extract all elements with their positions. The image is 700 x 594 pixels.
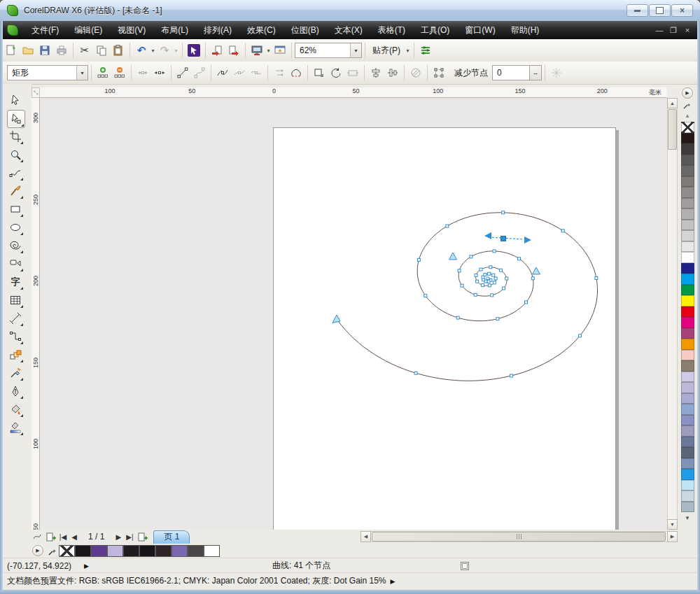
mdi-minimize-icon[interactable]: — (652, 26, 666, 34)
palette-color-swatch[interactable] (681, 415, 694, 426)
palette-color-swatch[interactable] (681, 339, 694, 350)
docpal-flyout-button[interactable]: ▶ (32, 545, 43, 556)
node-direction-arrow-icon[interactable] (533, 267, 540, 274)
palette-color-swatch[interactable] (681, 230, 694, 241)
document-color-swatch[interactable] (59, 545, 75, 557)
scroll-left-icon[interactable]: ◀ (360, 531, 371, 542)
curve-start-arrow-icon[interactable] (332, 315, 340, 323)
palette-color-swatch[interactable] (681, 317, 694, 328)
fill-tool[interactable] (7, 401, 24, 418)
palette-color-swatch[interactable] (681, 502, 694, 513)
menu-item[interactable]: 排列(A) (196, 21, 239, 39)
v-scroll-thumb[interactable] (668, 109, 677, 150)
preset-combo[interactable]: 矩形 ▾ (7, 65, 88, 80)
prev-page-icon[interactable]: ◀ (69, 533, 80, 541)
last-page-icon[interactable]: ▶| (124, 533, 135, 541)
palette-color-swatch[interactable] (681, 404, 694, 415)
rectangle-tool[interactable] (7, 201, 24, 218)
palette-color-swatch[interactable] (681, 469, 694, 480)
zoom-tool[interactable] (7, 146, 24, 163)
palette-color-swatch[interactable] (681, 447, 694, 458)
palette-color-swatch[interactable] (681, 285, 694, 296)
palette-color-swatch[interactable] (681, 425, 694, 437)
open-document-icon[interactable] (20, 42, 36, 59)
text-tool[interactable]: 字 (7, 274, 24, 290)
next-page-icon[interactable]: ▶ (113, 533, 124, 541)
curve-node[interactable] (476, 280, 479, 283)
launcher-dropdown-icon[interactable]: ▾ (265, 48, 272, 54)
stretch-nodes-icon[interactable] (344, 64, 361, 81)
table-tool[interactable] (7, 292, 24, 309)
curve-node[interactable] (475, 274, 477, 276)
palette-color-swatch[interactable] (681, 393, 694, 404)
copy-icon[interactable] (93, 42, 110, 59)
menu-item[interactable]: 表格(T) (370, 21, 413, 39)
page-tab[interactable]: 页 1 (153, 530, 190, 544)
curve-node[interactable] (479, 268, 482, 271)
smooth-node-icon[interactable] (231, 64, 248, 81)
menu-item[interactable]: 编辑(E) (66, 21, 110, 39)
shape-tool[interactable] (7, 110, 25, 128)
minimize-button[interactable] (626, 4, 648, 17)
palette-color-swatch[interactable] (681, 458, 694, 469)
reflect-nodes-icon[interactable] (407, 64, 424, 81)
snap-to-button[interactable]: 贴齐(P) (368, 45, 405, 57)
menu-item[interactable]: 布局(L) (153, 21, 196, 39)
palette-color-swatch[interactable] (681, 350, 694, 361)
palette-color-swatch[interactable] (681, 306, 694, 318)
palette-color-swatch[interactable] (681, 263, 694, 274)
curve-node[interactable] (470, 255, 472, 258)
palette-eyedropper-button[interactable] (682, 99, 694, 110)
redo-icon[interactable]: ↷ (156, 42, 173, 59)
palette-color-swatch[interactable] (681, 437, 694, 448)
drawing-canvas[interactable] (40, 98, 667, 530)
undo-icon[interactable]: ↶ (133, 42, 150, 59)
curve-node[interactable] (461, 284, 463, 287)
mdi-close-icon[interactable]: × (680, 26, 694, 34)
align-nodes-h-icon[interactable] (384, 64, 401, 81)
curve-node[interactable] (484, 274, 486, 276)
title-bar[interactable]: CorelDRAW X6 (评估版) - [未命名 -1] × (0, 0, 700, 22)
curve-node[interactable] (424, 295, 427, 297)
pick-tool[interactable] (7, 92, 24, 108)
redo-dropdown-icon[interactable]: ▾ (173, 48, 179, 54)
first-page-icon[interactable]: |◀ (57, 533, 69, 541)
preset-dropdown-icon[interactable]: ▾ (76, 66, 88, 80)
palette-color-swatch[interactable] (681, 155, 694, 166)
curve-node[interactable] (458, 269, 461, 272)
palette-color-swatch[interactable] (681, 187, 694, 198)
break-curve-icon[interactable] (151, 64, 168, 81)
palette-color-swatch[interactable] (681, 208, 694, 220)
restore-button[interactable] (649, 4, 671, 17)
document-color-swatch[interactable] (172, 545, 188, 557)
palette-color-swatch[interactable] (681, 133, 694, 144)
curve-node[interactable] (578, 334, 581, 337)
basic-shapes-tool[interactable] (7, 255, 24, 272)
elastic-mode-icon[interactable] (430, 64, 447, 81)
curve-node[interactable] (518, 257, 521, 260)
interactive-fill-tool[interactable] (7, 419, 24, 436)
outline-pen-tool[interactable] (7, 383, 24, 399)
zoom-level-combo[interactable]: 62% ▾ (295, 43, 362, 58)
palette-color-swatch[interactable] (681, 295, 694, 306)
palette-color-swatch[interactable] (681, 220, 694, 231)
connector-tool[interactable] (7, 328, 24, 345)
document-color-swatch[interactable] (123, 545, 139, 557)
curve-node[interactable] (474, 293, 477, 296)
menu-item[interactable]: 帮助(H) (503, 21, 547, 39)
profile-flyout-icon[interactable]: ▶ (391, 578, 396, 585)
paste-icon[interactable] (110, 42, 127, 59)
cusp-node-icon[interactable] (214, 64, 231, 81)
palette-color-swatch[interactable] (681, 176, 694, 188)
mdi-restore-icon[interactable]: ❐ (666, 26, 680, 35)
import-icon[interactable] (209, 42, 225, 59)
coords-flyout-icon[interactable]: ▶ (84, 563, 89, 570)
palette-scroll-down-button[interactable]: ▼ (682, 513, 694, 523)
crop-tool[interactable] (7, 128, 24, 145)
document-color-swatch[interactable] (204, 545, 220, 557)
curve-node[interactable] (414, 372, 417, 374)
palette-color-swatch[interactable] (681, 490, 694, 502)
palette-color-swatch[interactable] (681, 143, 694, 155)
welcome-screen-icon[interactable] (272, 42, 288, 59)
docpal-eyedropper-button[interactable] (46, 542, 59, 559)
